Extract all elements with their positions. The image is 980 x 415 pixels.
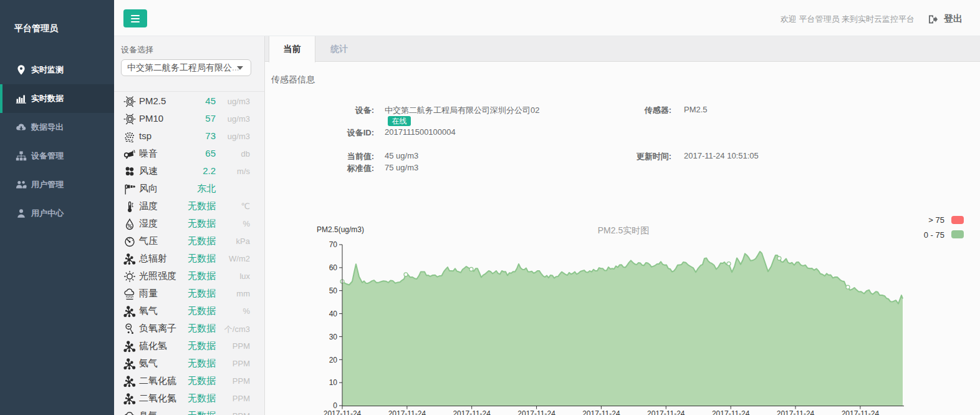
svg-text:2017-11-24: 2017-11-24 [388,409,426,415]
svg-text:20: 20 [329,356,338,364]
svg-text:2017-11-24: 2017-11-24 [842,409,880,415]
svg-text:2017-11-24: 2017-11-24 [647,409,685,415]
svg-text:60: 60 [329,263,338,272]
svg-text:50: 50 [329,286,338,295]
svg-text:2017-11-24: 2017-11-24 [777,409,815,415]
svg-text:2017-11-24: 2017-11-24 [582,409,620,415]
svg-text:30: 30 [329,333,338,341]
svg-text:70: 70 [329,240,338,249]
svg-text:40: 40 [329,310,338,318]
svg-text:2017-11-24: 2017-11-24 [324,409,362,415]
svg-text:2017-11-24: 2017-11-24 [453,409,491,415]
svg-text:2017-11-24: 2017-11-24 [712,409,750,415]
svg-text:10: 10 [329,378,338,387]
svg-text:2017-11-24: 2017-11-24 [517,409,555,415]
